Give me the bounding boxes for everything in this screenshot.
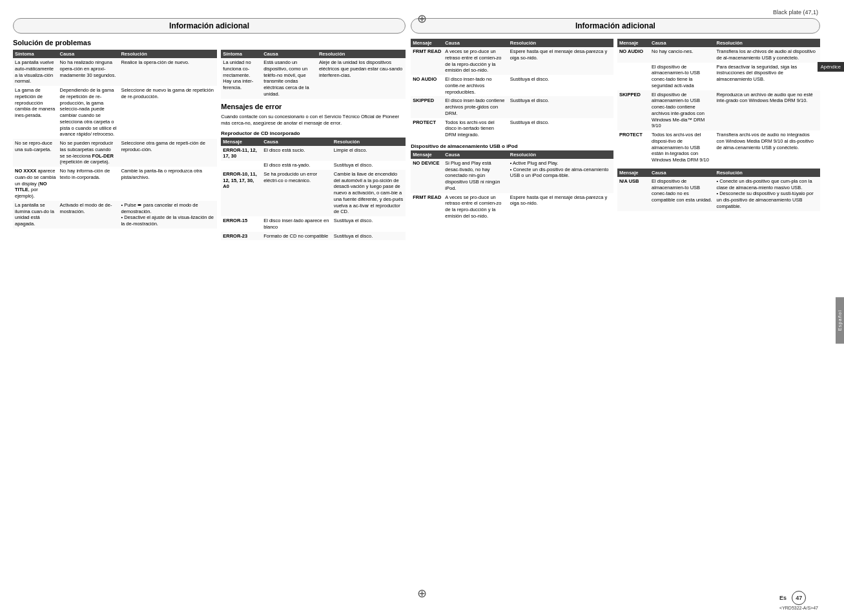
table-row: FRMT READ A veces se pro-duce un retraso… [411, 193, 613, 221]
table-row: NO XXXX aparece cuan-do se cambia un dis… [13, 167, 217, 201]
col-cause-err: Causa [262, 138, 332, 146]
right-section-header: Información adicional [411, 18, 820, 34]
right-right-subcol: Mensaje Causa Resolución NO AUDIO No hay… [617, 39, 820, 225]
col-symptom2: Síntoma [221, 50, 262, 58]
right-right-bottom-table: Mensaje Causa Resolución N/A USB El disp… [617, 169, 820, 211]
table-row: La pantalla vuelve auto-máticamente a la… [13, 58, 217, 86]
cd-section-label: Reproductor de CD incorporado [221, 130, 406, 136]
table-row: ERROR-15 El disco inser-tado aparece en … [221, 216, 406, 232]
problem-table: Síntoma Causa Resolución La pantalla vue… [13, 50, 217, 229]
table-row: PROTECT Todos los archi-vos del disposi-… [617, 130, 820, 165]
table-row: La gama de repetición de reproducción ca… [13, 86, 217, 139]
table-row: N/A USB El dispositivo de almacenamien-t… [617, 177, 820, 211]
header-text: Black plate (47,1) [773, 9, 818, 15]
appendice-tab: Apéndice [818, 62, 844, 72]
table-row: ERROR-11, 12, 17, 30 El disco está sucio… [221, 146, 406, 161]
cd-error-table: Mensaje Causa Resolución ERROR-11, 12, 1… [221, 138, 406, 241]
col-msg: Mensaje [221, 138, 262, 146]
table-row: La pantalla se ilumina cuan-do la unidad… [13, 201, 217, 229]
table-row: No se repro-duce una sub-carpeta. No se … [13, 139, 217, 167]
top-cross-symbol: ⊕ [417, 12, 427, 26]
msg-table-left: Mensaje Causa Resolución FRMT READ A vec… [411, 39, 613, 139]
table-row: SKIPPED El disco inser-tado contiene arc… [411, 96, 613, 118]
col-cause: Causa [58, 50, 119, 58]
right-left-subcol: Mensaje Causa Resolución FRMT READ A vec… [411, 39, 613, 225]
table-row: SKIPPED El dispositivo de almacenamien-t… [617, 90, 820, 131]
col-symptom: Síntoma [13, 50, 58, 58]
error-description: Cuando contacte con su concesionario o c… [221, 114, 406, 127]
left-column: Información adicional Solución de proble… [13, 18, 406, 610]
error-section-title: Mensajes de error [221, 103, 406, 110]
problem-table-right: Síntoma Causa Resolución La unidad no fu… [221, 50, 406, 99]
right-column: Información adicional Mensaje Causa Reso… [411, 18, 820, 610]
usb-section-label: Dispositivo de almacenamiento USB o iPod [411, 143, 613, 149]
table-row: NO DEVICE Si Plug and Play está desac-ti… [411, 159, 613, 193]
espanol-tab: Español [836, 297, 844, 344]
table-row: El disco está ra-yado. Sustituya el disc… [221, 161, 406, 170]
col-cause2: Causa [262, 50, 317, 58]
subsection-title-problems: Solución de problemas [13, 39, 406, 46]
table-row: PROTECT Todos los archi-vos del disco in… [411, 118, 613, 139]
bottom-right-info: Es 47 <YRD5322-A/S>47 [779, 591, 818, 611]
table-row: ERROR-23 Formato de CD no compatible Sus… [221, 232, 406, 241]
col-res-err: Resolución [332, 138, 406, 146]
table-row: El dispositivo de almacenamien-to USB co… [617, 63, 820, 90]
right-right-top-table: Mensaje Causa Resolución NO AUDIO No hay… [617, 39, 820, 165]
table-row: FRMT READ A veces se pro-duce un retraso… [411, 47, 613, 75]
usb-table: Mensaje Causa Resolución NO DEVICE Si Pl… [411, 150, 613, 221]
table-row: NO AUDIO No hay cancio-nes. Transfiera l… [617, 47, 820, 63]
left-section-header: Información adicional [13, 18, 406, 34]
table-row: La unidad no funciona co-rrectamente. Ha… [221, 58, 406, 99]
bottom-cross-symbol: ⊕ [417, 586, 427, 601]
col-resolution2: Resolución [317, 50, 406, 58]
table-row: NO AUDIO El disco inser-tado no contie-n… [411, 75, 613, 96]
col-resolution: Resolución [119, 50, 217, 58]
table-row: ERROR-10, 11, 12, 15, 17, 30, A0 Se ha p… [221, 170, 406, 216]
